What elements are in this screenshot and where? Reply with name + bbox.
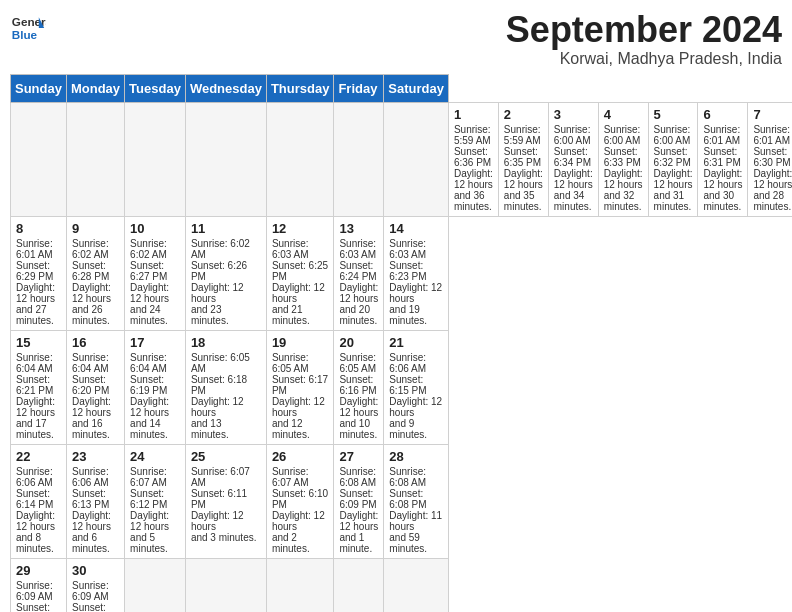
day-number: 4 [604, 107, 643, 122]
title-block: September 2024 Korwai, Madhya Pradesh, I… [506, 10, 782, 68]
daylight-text-2: and 28 minutes. [753, 190, 791, 212]
daylight-text-2: and 26 minutes. [72, 304, 110, 326]
daylight-text-2: and 10 minutes. [339, 418, 377, 440]
daylight-text: Daylight: 12 hours [389, 396, 442, 418]
weekday-header-saturday: Saturday [384, 74, 449, 102]
sunrise-text: Sunrise: 6:05 AM [339, 352, 376, 374]
calendar-cell: 2Sunrise: 5:59 AMSunset: 6:35 PMDaylight… [498, 102, 548, 216]
daylight-text-2: and 16 minutes. [72, 418, 110, 440]
calendar-cell: 13Sunrise: 6:03 AMSunset: 6:24 PMDayligh… [334, 216, 384, 330]
calendar-cell: 18Sunrise: 6:05 AMSunset: 6:18 PMDayligh… [185, 330, 266, 444]
sunset-text: Sunset: 6:34 PM [554, 146, 591, 168]
calendar-cell: 6Sunrise: 6:01 AMSunset: 6:31 PMDaylight… [698, 102, 748, 216]
daylight-text-2: and 12 minutes. [272, 418, 310, 440]
sunrise-text: Sunrise: 6:02 AM [130, 238, 167, 260]
sunset-text: Sunset: 6:15 PM [389, 374, 426, 396]
daylight-text: Daylight: 12 hours [454, 168, 493, 190]
daylight-text-2: and 17 minutes. [16, 418, 54, 440]
daylight-text: Daylight: 12 hours [554, 168, 593, 190]
calendar-cell: 26Sunrise: 6:07 AMSunset: 6:10 PMDayligh… [266, 444, 334, 558]
sunrise-text: Sunrise: 6:07 AM [272, 466, 309, 488]
weekday-header-tuesday: Tuesday [125, 74, 186, 102]
daylight-text-2: and 2 minutes. [272, 532, 310, 554]
calendar-cell: 14Sunrise: 6:03 AMSunset: 6:23 PMDayligh… [384, 216, 449, 330]
daylight-text: Daylight: 12 hours [191, 396, 244, 418]
calendar-cell: 5Sunrise: 6:00 AMSunset: 6:32 PMDaylight… [648, 102, 698, 216]
sunset-text: Sunset: 6:23 PM [389, 260, 426, 282]
sunrise-text: Sunrise: 6:02 AM [72, 238, 109, 260]
daylight-text: Daylight: 12 hours [130, 396, 169, 418]
day-number: 6 [703, 107, 742, 122]
day-number: 27 [339, 449, 378, 464]
sunset-text: Sunset: 6:13 PM [72, 488, 109, 510]
day-number: 2 [504, 107, 543, 122]
calendar-cell: 27Sunrise: 6:08 AMSunset: 6:09 PMDayligh… [334, 444, 384, 558]
daylight-text-2: and 34 minutes. [554, 190, 592, 212]
calendar-cell [334, 102, 384, 216]
calendar-cell: 15Sunrise: 6:04 AMSunset: 6:21 PMDayligh… [11, 330, 67, 444]
sunrise-text: Sunrise: 6:07 AM [191, 466, 250, 488]
calendar-cell [266, 558, 334, 612]
daylight-text-2: and 59 minutes. [389, 532, 427, 554]
day-number: 23 [72, 449, 119, 464]
sunset-text: Sunset: 6:36 PM [454, 146, 491, 168]
sunrise-text: Sunrise: 6:09 AM [16, 580, 53, 602]
day-number: 21 [389, 335, 443, 350]
daylight-text: Daylight: 12 hours [339, 282, 378, 304]
sunrise-text: Sunrise: 6:07 AM [130, 466, 167, 488]
calendar-cell: 20Sunrise: 6:05 AMSunset: 6:16 PMDayligh… [334, 330, 384, 444]
sunset-text: Sunset: 6:28 PM [72, 260, 109, 282]
daylight-text: Daylight: 12 hours [703, 168, 742, 190]
daylight-text: Daylight: 12 hours [504, 168, 543, 190]
sunrise-text: Sunrise: 6:04 AM [130, 352, 167, 374]
calendar-cell [11, 102, 67, 216]
sunset-text: Sunset: 6:21 PM [16, 374, 53, 396]
daylight-text: Daylight: 12 hours [130, 282, 169, 304]
day-number: 17 [130, 335, 180, 350]
sunrise-text: Sunrise: 5:59 AM [504, 124, 541, 146]
sunrise-text: Sunrise: 5:59 AM [454, 124, 491, 146]
daylight-text: Daylight: 12 hours [130, 510, 169, 532]
calendar-cell [384, 558, 449, 612]
calendar-cell: 8Sunrise: 6:01 AMSunset: 6:29 PMDaylight… [11, 216, 67, 330]
calendar-cell [334, 558, 384, 612]
sunrise-text: Sunrise: 6:03 AM [389, 238, 426, 260]
daylight-text: Daylight: 12 hours [72, 510, 111, 532]
svg-text:Blue: Blue [12, 28, 38, 41]
calendar-cell: 24Sunrise: 6:07 AMSunset: 6:12 PMDayligh… [125, 444, 186, 558]
daylight-text-2: and 21 minutes. [272, 304, 310, 326]
day-number: 30 [72, 563, 119, 578]
daylight-text-2: and 19 minutes. [389, 304, 427, 326]
month-title: September 2024 [506, 10, 782, 50]
calendar-cell: 9Sunrise: 6:02 AMSunset: 6:28 PMDaylight… [66, 216, 124, 330]
sunrise-text: Sunrise: 6:08 AM [339, 466, 376, 488]
daylight-text: Daylight: 12 hours [191, 282, 244, 304]
logo: General Blue [10, 10, 46, 46]
sunset-text: Sunset: 6:20 PM [72, 374, 109, 396]
sunrise-text: Sunrise: 6:00 AM [654, 124, 691, 146]
calendar-cell: 25Sunrise: 6:07 AMSunset: 6:11 PMDayligh… [185, 444, 266, 558]
daylight-text-2: and 36 minutes. [454, 190, 492, 212]
day-number: 10 [130, 221, 180, 236]
sunrise-text: Sunrise: 6:01 AM [16, 238, 53, 260]
sunrise-text: Sunrise: 6:01 AM [753, 124, 790, 146]
calendar-week-4: 22Sunrise: 6:06 AMSunset: 6:14 PMDayligh… [11, 444, 793, 558]
sunrise-text: Sunrise: 6:02 AM [191, 238, 250, 260]
calendar-cell: 30Sunrise: 6:09 AMSunset: 6:06 PMDayligh… [66, 558, 124, 612]
daylight-text: Daylight: 12 hours [339, 396, 378, 418]
sunrise-text: Sunrise: 6:00 AM [554, 124, 591, 146]
sunrise-text: Sunrise: 6:04 AM [72, 352, 109, 374]
calendar-cell [266, 102, 334, 216]
daylight-text-2: and 23 minutes. [191, 304, 229, 326]
daylight-text: Daylight: 12 hours [272, 510, 325, 532]
day-number: 22 [16, 449, 61, 464]
day-number: 9 [72, 221, 119, 236]
day-number: 26 [272, 449, 329, 464]
sunrise-text: Sunrise: 6:09 AM [72, 580, 109, 602]
sunrise-text: Sunrise: 6:00 AM [604, 124, 641, 146]
sunset-text: Sunset: 6:24 PM [339, 260, 376, 282]
calendar-cell: 28Sunrise: 6:08 AMSunset: 6:08 PMDayligh… [384, 444, 449, 558]
daylight-text: Daylight: 12 hours [339, 510, 378, 532]
calendar-cell [125, 102, 186, 216]
sunset-text: Sunset: 6:17 PM [272, 374, 328, 396]
